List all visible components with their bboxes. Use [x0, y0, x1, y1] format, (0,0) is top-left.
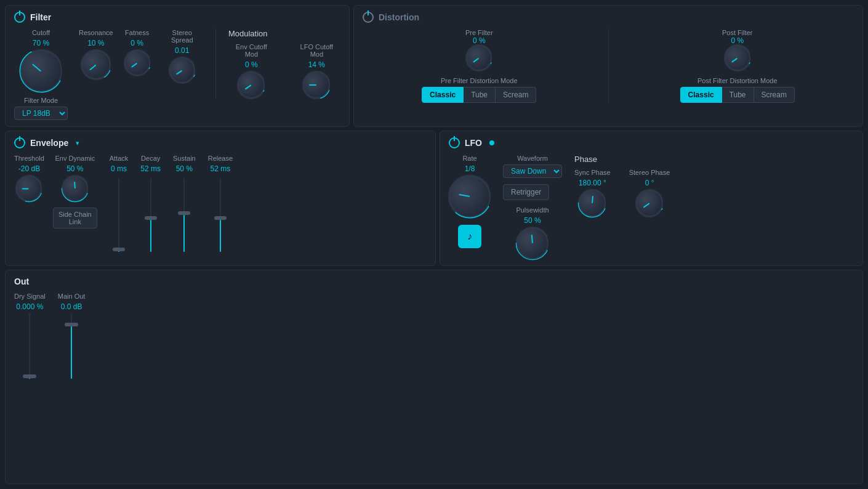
env-cutoff-mod-knob[interactable] [238, 71, 265, 99]
dry-signal-value: 0.000 % [16, 302, 43, 311]
filter-power-icon[interactable] [14, 12, 25, 23]
threshold-label: Threshold [14, 155, 44, 162]
sync-phase-knob-wrap [579, 190, 606, 217]
attack-value: 0 ms [111, 164, 127, 173]
stereo-phase-value: 0 ° [645, 179, 654, 187]
fatness-knob[interactable] [124, 50, 150, 76]
main-out-thumb[interactable] [65, 323, 78, 326]
dry-signal-thumb[interactable] [23, 374, 36, 378]
stereo-phase-knob[interactable] [636, 190, 663, 217]
pulsewidth-group: Pulsewidth 50 % [503, 206, 562, 259]
attack-label: Attack [110, 155, 129, 162]
post-filter-scream-btn[interactable]: Scream [754, 87, 795, 103]
main-out-value: 0.0 dB [61, 302, 82, 311]
post-filter-mode-label: Post Filter Distortion Mode [680, 77, 795, 84]
stereo-spread-knob-wrap [169, 57, 195, 83]
release-label: Release [208, 155, 233, 162]
pre-filter-section: Pre Filter 0 % Pre Filter Distortion Mod… [363, 29, 596, 103]
pre-filter-knob-wrap [466, 45, 492, 71]
lfo-rate-knob-wrap [449, 176, 491, 217]
resonance-knob[interactable] [81, 50, 111, 79]
stereo-spread-knob[interactable] [169, 57, 195, 83]
stereo-spread-value: 0.01 [175, 46, 189, 55]
phase-title: Phase [574, 155, 670, 164]
cutoff-knob[interactable] [20, 50, 62, 92]
attack-thumb[interactable] [113, 248, 125, 251]
filter-mode-select[interactable]: LP 18dB LP 12dB HP 18dB BP [14, 107, 68, 120]
side-chain-link-button[interactable]: Side Chain Link [53, 208, 97, 228]
main-out-track [71, 313, 72, 379]
out-panel: Out Dry Signal 0.000 % Main Out 0.0 dB [5, 270, 863, 484]
env-dynamic-group: Env Dynamic 50 % Side Chain Link [53, 155, 97, 228]
envelope-content: Threshold -20 dB [14, 155, 427, 252]
stereo-phase-knob-wrap [636, 190, 663, 217]
pulsewidth-value: 50 % [524, 216, 540, 225]
pre-filter-label: Pre Filter [465, 29, 493, 36]
mod-knobs: Env Cutoff Mod 0 % [228, 43, 340, 99]
env-cutoff-mod-label: Env Cutoff Mod [228, 43, 275, 58]
cutoff-value: 70 % [33, 39, 49, 47]
retrigger-button[interactable]: Retrigger [503, 184, 549, 200]
out-content: Dry Signal 0.000 % Main Out 0.0 dB [14, 293, 854, 379]
sustain-track [183, 178, 185, 252]
resonance-group: Resonance 10 % [79, 29, 113, 79]
waveform-select[interactable]: Saw Down Saw Up Square Sine Triangle [503, 164, 562, 178]
phase-knobs: Sync Phase 180.00 ° [574, 169, 670, 217]
waveform-label: Waveform [517, 155, 548, 162]
lfo-rate-label: Rate [462, 155, 476, 162]
env-dynamic-value: 50 % [66, 164, 83, 173]
attack-fill [118, 251, 119, 252]
pre-filter-knob[interactable] [466, 45, 492, 71]
pulsewidth-knob-wrap [516, 227, 549, 259]
retrigger-wrap: Retrigger [503, 184, 562, 200]
envelope-sliders: Attack 0 ms Decay 52 ms [110, 155, 233, 252]
phase-section: Phase Sync Phase 180.00 ° [574, 155, 670, 217]
env-cutoff-mod-value: 0 % [245, 60, 258, 69]
attack-slider-group: Attack 0 ms [110, 155, 129, 252]
distortion-title: Distortion [379, 12, 419, 22]
dry-signal-label: Dry Signal [14, 293, 46, 300]
distortion-power-icon[interactable] [363, 12, 374, 23]
env-dynamic-knob-wrap [62, 176, 88, 201]
pulsewidth-knob[interactable] [516, 227, 549, 259]
modulation-section: Modulation Env Cutoff Mod 0 % [215, 29, 340, 99]
decay-fill [150, 220, 151, 252]
pre-filter-tube-btn[interactable]: Tube [464, 87, 496, 103]
filter-mode-label: Filter Mode [24, 97, 58, 104]
decay-slider-group: Decay 52 ms [140, 155, 161, 252]
filter-panel: Filter Cutoff 70 % [5, 5, 350, 127]
lfo-header: LFO [449, 137, 854, 148]
env-dynamic-knob[interactable] [62, 176, 88, 201]
sync-phase-value: 180.00 ° [579, 179, 606, 187]
sustain-slider-group: Sustain 50 % [173, 155, 196, 252]
pre-filter-classic-btn[interactable]: Classic [422, 87, 464, 103]
decay-track [150, 178, 151, 252]
lfo-music-button[interactable]: ♪ [458, 225, 481, 248]
post-filter-section: Post Filter 0 % Post Filter Distortion M… [621, 29, 854, 103]
post-filter-tube-btn[interactable]: Tube [722, 87, 754, 103]
envelope-header: Envelope ▾ [14, 137, 427, 148]
attack-track [118, 178, 119, 252]
release-track [220, 178, 221, 252]
lfo-content: Rate 1/8 ♪ [449, 155, 854, 259]
sustain-thumb[interactable] [178, 211, 190, 215]
cutoff-label: Cutoff [32, 29, 50, 36]
envelope-power-icon[interactable] [14, 137, 25, 148]
lfo-panel: LFO Rate 1/8 [440, 131, 863, 266]
envelope-title: Envelope [30, 138, 68, 148]
cutoff-group: Cutoff 70 % Filter Mode [14, 29, 68, 120]
lfo-rate-knob[interactable] [449, 176, 491, 217]
release-fill [220, 220, 221, 252]
post-filter-knob[interactable] [725, 45, 750, 71]
release-thumb[interactable] [214, 216, 227, 220]
decay-thumb[interactable] [145, 216, 157, 220]
resonance-label: Resonance [79, 29, 113, 36]
pre-filter-scream-btn[interactable]: Scream [496, 87, 536, 103]
lfo-cutoff-mod-group: LFO Cutoff Mod 14 % [293, 43, 340, 99]
release-slider-group: Release 52 ms [208, 155, 233, 252]
stereo-phase-group: Stereo Phase 0 ° [629, 169, 670, 217]
post-filter-mode-buttons: Classic Tube Scream [680, 87, 795, 103]
waveform-group: Waveform Saw Down Saw Up Square Sine Tri… [503, 155, 562, 178]
post-filter-classic-btn[interactable]: Classic [680, 87, 722, 103]
lfo-power-icon[interactable] [449, 137, 460, 148]
